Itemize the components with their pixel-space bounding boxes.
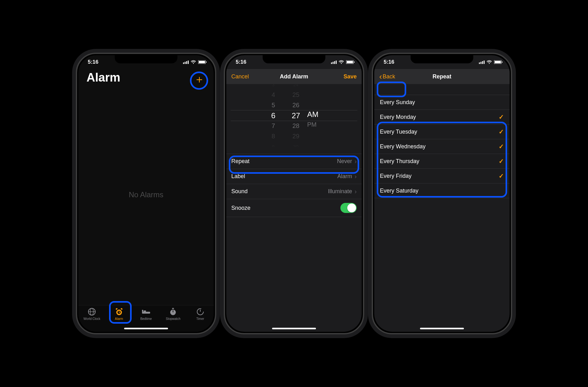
tab-label: Bedtime (140, 317, 152, 321)
nav-bar: ‹ Back Repeat (374, 69, 510, 84)
battery-icon (198, 60, 207, 64)
day-row-wednesday[interactable]: Every Wednesday ✓ (374, 139, 510, 154)
day-label: Every Monday (380, 114, 416, 120)
battery-icon (494, 60, 503, 64)
svg-rect-7 (115, 308, 118, 310)
svg-rect-16 (142, 312, 150, 314)
tab-timer[interactable]: Timer (188, 307, 212, 321)
row-label: Snooze (231, 205, 250, 211)
hour-selected: 6 (271, 110, 275, 121)
ampm-wheel[interactable]: AM PM (307, 84, 326, 147)
tab-alarm[interactable]: Alarm (107, 307, 131, 321)
chevron-left-icon: ‹ (379, 72, 382, 82)
svg-rect-18 (144, 310, 146, 312)
day-label: Every Friday (380, 173, 412, 179)
svg-rect-2 (206, 61, 207, 63)
day-row-friday[interactable]: Every Friday ✓ (374, 169, 510, 183)
status-time: 5:16 (384, 59, 394, 65)
status-time: 5:16 (236, 59, 246, 65)
phone-add-alarm: 5:16 Cancel Add Alarm Save 3 4 5 6 7 (224, 53, 364, 334)
wifi-icon (191, 60, 196, 64)
plus-icon: ＋ (194, 74, 205, 84)
ampm-selected: AM (307, 109, 318, 119)
home-indicator[interactable] (124, 328, 168, 329)
status-time: 5:16 (88, 59, 98, 65)
svg-rect-28 (495, 61, 501, 63)
battery-icon (346, 60, 355, 64)
cancel-button[interactable]: Cancel (231, 73, 260, 80)
checkmark-icon: ✓ (499, 128, 504, 135)
svg-rect-8 (120, 308, 123, 310)
svg-rect-17 (142, 310, 143, 312)
tab-label: World Clock (83, 317, 100, 321)
cellular-icon (479, 61, 485, 64)
row-value: Alarm (337, 173, 352, 180)
day-label: Every Saturday (380, 188, 418, 194)
chevron-right-icon: › (354, 158, 357, 165)
stopwatch-icon (169, 307, 177, 316)
hour-wheel[interactable]: 3 4 5 6 7 8 9 (262, 84, 285, 147)
no-alarms-message: No Alarms (78, 84, 214, 305)
chevron-right-icon: › (354, 188, 357, 195)
checkmark-icon: ✓ (499, 157, 504, 165)
phone-repeat-settings: 5:16 ‹ Back Repeat Every Sunday (372, 53, 512, 334)
checkmark-icon: ✓ (499, 172, 504, 180)
day-label: Every Wednesday (380, 143, 426, 150)
nav-title: Add Alarm (260, 73, 328, 80)
add-alarm-button[interactable]: ＋ (192, 72, 206, 86)
row-value: Never (337, 158, 352, 165)
svg-rect-29 (502, 61, 502, 63)
wifi-icon (486, 60, 492, 64)
svg-rect-26 (354, 61, 354, 63)
home-indicator[interactable] (420, 328, 464, 329)
day-row-saturday[interactable]: Every Saturday (374, 183, 510, 198)
bed-icon (142, 307, 150, 316)
three-phone-layout: 5:16 ＋ Alarm No Alarms World Clock (70, 46, 518, 341)
repeat-row[interactable]: Repeat Never › (226, 154, 362, 169)
alarm-clock-icon (115, 307, 123, 316)
row-label: Repeat (231, 158, 249, 165)
day-row-tuesday[interactable]: Every Tuesday ✓ (374, 125, 510, 139)
cellular-icon (331, 61, 337, 64)
day-row-sunday[interactable]: Every Sunday (374, 95, 510, 110)
day-row-monday[interactable]: Every Monday ✓ (374, 110, 510, 125)
repeat-days-list: Every Sunday Every Monday ✓ Every Tuesda… (374, 95, 510, 198)
notch (411, 54, 473, 63)
save-button[interactable]: Save (328, 73, 357, 80)
day-label: Every Tuesday (380, 129, 417, 135)
nav-title: Repeat (407, 73, 476, 80)
day-label: Every Thursday (380, 158, 419, 165)
svg-rect-20 (172, 308, 174, 309)
time-picker[interactable]: 3 4 5 6 7 8 9 24 25 26 27 28 29 30 (226, 84, 362, 147)
row-label: Sound (231, 188, 248, 195)
snooze-row: Snooze (226, 199, 362, 217)
tab-stopwatch[interactable]: Stopwatch (161, 307, 185, 321)
tab-world-clock[interactable]: World Clock (80, 307, 104, 321)
day-row-thursday[interactable]: Every Thursday ✓ (374, 154, 510, 169)
phone-alarm-list: 5:16 ＋ Alarm No Alarms World Clock (76, 53, 216, 334)
home-indicator[interactable] (272, 328, 316, 329)
row-value: Illuminate (328, 188, 352, 195)
back-button[interactable]: ‹ Back (379, 72, 407, 82)
checkmark-icon: ✓ (499, 113, 504, 121)
nav-bar: Cancel Add Alarm Save (226, 69, 362, 84)
cellular-icon (183, 61, 189, 64)
tab-label: Timer (196, 317, 204, 321)
notch (263, 54, 325, 63)
tab-bedtime[interactable]: Bedtime (134, 307, 158, 321)
tab-label: Stopwatch (166, 317, 181, 321)
checkmark-icon: ✓ (499, 143, 504, 150)
sound-row[interactable]: Sound Illuminate › (226, 184, 362, 199)
notch (115, 54, 177, 63)
row-label: Label (231, 173, 245, 180)
chevron-right-icon: › (354, 173, 357, 180)
svg-rect-1 (199, 61, 205, 63)
label-row[interactable]: Label Alarm › (226, 169, 362, 184)
timer-icon (196, 307, 205, 316)
globe-icon (87, 307, 96, 316)
tab-label: Alarm (115, 317, 123, 321)
minute-wheel[interactable]: 24 25 26 27 28 29 30 (285, 84, 307, 147)
day-label: Every Sunday (380, 99, 415, 106)
snooze-toggle[interactable] (340, 203, 357, 213)
minute-selected: 27 (292, 110, 300, 121)
